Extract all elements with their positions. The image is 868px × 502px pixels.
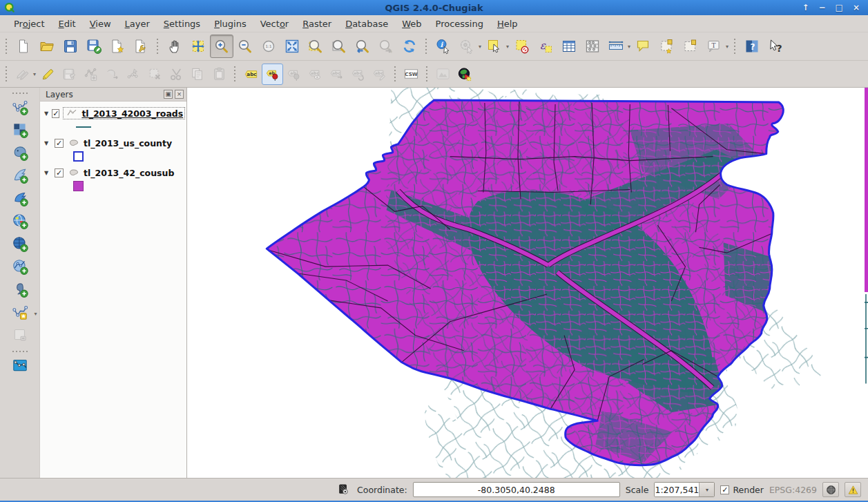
menu-vector[interactable]: Vector [253,17,296,31]
field-calculator-button[interactable] [581,35,604,58]
menu-view[interactable]: View [83,17,118,31]
select-by-expression-button[interactable]: ε [534,35,557,58]
zoom-full-button[interactable] [280,35,304,58]
open-project-button[interactable] [35,35,59,58]
layer-visibility-checkbox[interactable]: ✓ [55,168,64,177]
menu-database[interactable]: Database [338,17,395,31]
zoom-last-button[interactable] [351,35,374,58]
help-contents-button[interactable]: ? [740,35,764,58]
layer-expander-icon[interactable]: ▼ [44,170,51,176]
menu-layer[interactable]: Layer [118,17,157,31]
layer-expander-icon[interactable]: ▼ [44,140,51,146]
show-bookmarks-button[interactable] [679,35,702,58]
save-project-button[interactable] [59,35,82,58]
select-features-button[interactable] [483,35,506,58]
dropdown-caret-icon[interactable]: ▾ [34,311,37,317]
layer-labeling-button[interactable]: abc [240,64,262,85]
measure-button[interactable] [604,35,628,58]
crs-status-button[interactable] [822,482,839,497]
messages-warning-button[interactable] [845,482,861,497]
add-wfs-layer-button[interactable] [8,256,32,279]
menu-help[interactable]: Help [490,17,525,31]
whats-this-button[interactable]: ? [764,35,787,58]
add-postgis-layer-button[interactable] [8,142,32,165]
menu-edit[interactable]: Edit [52,17,83,31]
add-wms-layer-button[interactable] [8,211,32,233]
menu-plugins[interactable]: Plugins [207,17,253,31]
pin-labels-button[interactable]: ab [262,64,283,85]
toolbar-handle[interactable] [392,66,398,81]
render-toggle[interactable]: ✓ Render [720,485,764,495]
new-composer-button[interactable] [106,35,129,58]
toolbar-handle[interactable] [12,90,28,95]
dropdown-caret-icon[interactable]: ▾ [628,44,630,50]
toolbar-handle[interactable] [424,66,430,81]
render-checkbox[interactable]: ✓ [720,485,729,494]
dropdown-caret-icon[interactable]: ▾ [479,44,481,50]
add-mssql-layer-button[interactable] [8,188,32,211]
toolbar-handle[interactable] [155,39,161,54]
panel-float-button[interactable]: ▣ [164,90,173,99]
minimize-button[interactable]: − [819,3,826,12]
extents-toggle-icon[interactable] [335,482,351,497]
metasearch-csw-button[interactable]: CSW [401,64,422,85]
new-project-button[interactable] [12,35,35,58]
scale-dropdown-icon[interactable]: ▾ [699,483,714,496]
composer-manager-button[interactable] [129,35,153,58]
panel-close-button[interactable]: × [175,90,184,99]
map-tips-button[interactable] [632,35,655,58]
spatial-query-plugin-button[interactable] [8,355,32,378]
deselect-all-button[interactable] [510,35,534,58]
toolbar-handle[interactable] [732,39,738,54]
coordinate-input[interactable] [413,482,620,497]
add-raster-layer-button[interactable] [8,119,32,142]
zoom-native-button[interactable]: 1:1 [257,35,280,58]
shade-button[interactable]: ↑ [802,3,809,12]
new-bookmark-button[interactable] [655,35,679,58]
zoom-in-button[interactable] [210,35,233,58]
new-shapefile-layer-button[interactable]: ▾ [8,302,32,325]
toolbar-handle[interactable] [12,349,28,354]
zoom-to-selection-button[interactable] [304,35,327,58]
refresh-map-button[interactable] [398,35,421,58]
globe-plugin-button[interactable] [454,64,475,85]
delete-selected-icon [147,66,163,82]
add-spatialite-layer-button[interactable] [8,165,32,188]
zoom-out-button[interactable] [233,35,257,58]
pan-icon [166,38,183,55]
dropdown-caret-icon[interactable]: ▾ [726,44,729,50]
dropdown-caret-icon[interactable]: ▾ [33,71,36,77]
menu-settings[interactable]: Settings [157,17,207,31]
toolbar-handle[interactable] [3,39,10,54]
close-button[interactable]: × [853,3,860,12]
layer-item-tl_2013_42003_roads[interactable]: ▼✓tl_2013_42003_roads [43,106,184,121]
delimited-text-icon [11,280,29,300]
layer-item-tl_2013_42_cousub[interactable]: ▼✓tl_2013_42_cousub [43,166,184,180]
dropdown-caret-icon[interactable]: ▾ [506,44,509,50]
menu-raster[interactable]: Raster [296,17,338,31]
pan-to-selection-button[interactable] [186,35,210,58]
add-vector-layer-button[interactable] [8,97,32,119]
layer-visibility-checkbox[interactable]: ✓ [52,109,59,118]
pan-map-button[interactable] [163,35,186,58]
open-attribute-table-button[interactable] [557,35,581,58]
identify-features-button[interactable]: i [432,35,455,58]
toolbar-handle[interactable] [232,66,238,81]
add-wcs-layer-button[interactable] [8,233,32,256]
map-canvas[interactable] [187,88,868,478]
layer-expander-icon[interactable]: ▼ [44,110,48,117]
zoom-to-layer-button[interactable] [327,35,351,58]
toolbar-handle[interactable] [423,39,430,54]
scale-combobox[interactable]: 1:207,541 ▾ [654,482,715,497]
maximize-button[interactable]: □ [836,3,843,12]
menu-processing[interactable]: Processing [429,17,490,31]
toggle-editing-button[interactable] [37,64,59,85]
layer-visibility-checkbox[interactable]: ✓ [55,139,64,148]
menu-web[interactable]: Web [395,17,428,31]
toolbar-handle[interactable] [3,66,10,81]
add-delimited-text-layer-button[interactable] [8,279,32,302]
save-project-as-button[interactable] [82,35,106,58]
layer-item-tl_2013_us_county[interactable]: ▼✓tl_2013_us_county [43,136,184,150]
text-annotation-button[interactable]: T [702,35,726,58]
menu-project[interactable]: Project [7,17,52,31]
